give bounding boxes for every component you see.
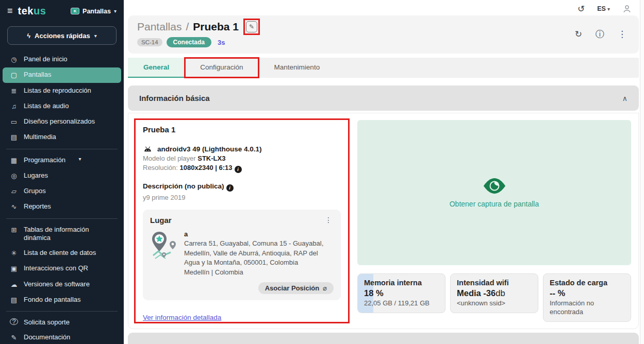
monitor-icon: ▢ xyxy=(10,71,18,79)
screenshot-capture-area[interactable]: Obtener captura de pantalla xyxy=(357,120,631,265)
stat-value: Media -36db xyxy=(457,288,532,298)
utility-bar: ↺ ES▾ xyxy=(128,0,639,15)
sidebar-item-label: Documentación xyxy=(24,333,70,341)
brand-logo: tekus xyxy=(18,5,46,17)
tabs-bar: General Configuración Mantenimiento xyxy=(128,58,639,78)
latency-value: 3s xyxy=(218,39,225,46)
wifi-strength-unit: db xyxy=(496,288,505,298)
refresh-icon[interactable]: ↻ xyxy=(575,29,582,40)
description-info-icon[interactable]: i xyxy=(226,184,234,192)
kebab-menu-icon[interactable]: ⋮ xyxy=(618,29,626,40)
sidebar-item-label: Grupos xyxy=(24,187,46,195)
sidebar-item-solicita-soporte[interactable]: ?Solicita soporte xyxy=(3,315,121,330)
sidebar-nav: ◷Panel de inicio ▢Pantallas ≣Listas de r… xyxy=(0,52,124,344)
sidebar-item-disenos-personalizados[interactable]: ▭Diseños personalizados xyxy=(3,114,121,129)
tab-general[interactable]: General xyxy=(128,58,185,78)
sidebar-item-programacion[interactable]: ▦Programación ▾ xyxy=(3,153,121,168)
resolution-line: Resolución: 1080x2340 | 6:13i xyxy=(143,164,341,173)
tab-configuracion[interactable]: Configuración xyxy=(185,58,258,78)
associate-position-label: Asociar Posición xyxy=(265,284,319,292)
device-name: Prueba 1 xyxy=(143,125,341,134)
badge-row: SC-14 Conectada 3s xyxy=(137,37,257,47)
user-icon[interactable] xyxy=(622,4,632,13)
main-area: ↺ ES▾ Pantallas / Prueba 1 ✎ SC-14 Conec… xyxy=(124,0,644,344)
sidebar-item-listas-de-reproduccion[interactable]: ≣Listas de reproducción xyxy=(3,83,121,98)
cloud-icon: ☁ xyxy=(10,280,18,289)
place-card-title: Lugar xyxy=(150,216,172,225)
chevron-down-icon: ▾ xyxy=(114,8,117,14)
brand-logo-suffix: us xyxy=(34,5,46,16)
docs-icon: ✎ xyxy=(10,333,18,342)
sidebar-item-label: Reportes xyxy=(24,202,51,211)
sidebar-item-documentacion[interactable]: ✎Documentación xyxy=(3,330,121,344)
help-icon: ? xyxy=(10,318,18,325)
brand-logo-prefix: tek xyxy=(18,5,34,16)
resolution-label: Resolución: xyxy=(143,164,180,171)
description-label-text: Descripción (no publica) xyxy=(143,182,224,190)
calendar-icon: ▦ xyxy=(10,156,18,165)
sidebar-divider xyxy=(6,149,118,149)
header-left: Pantallas / Prueba 1 ✎ SC-14 Conectada 3… xyxy=(137,21,257,47)
next-section-header-partial[interactable] xyxy=(128,333,639,344)
place-kebab-menu-icon[interactable]: ⋮ xyxy=(323,216,334,224)
sidebar-item-tablas-informacion-dinamica[interactable]: ⊞Tablas de información dinámica xyxy=(3,222,121,246)
sidebar-item-label: Tablas de información dinámica xyxy=(24,226,114,243)
sidebar: ≡ tekus K Pantallas ▾ ϟ Acciones rápidas… xyxy=(0,0,124,344)
stat-value: 18 % xyxy=(364,288,439,298)
sidebar-item-reportes[interactable]: ∿Reportes xyxy=(3,199,121,214)
place-name: a xyxy=(184,230,334,239)
sidebar-item-versiones-software[interactable]: ☁Versiones de software xyxy=(3,277,121,292)
screen-code-badge: SC-14 xyxy=(137,38,162,46)
lightning-icon: ϟ xyxy=(27,32,30,40)
chevron-down-icon: ▾ xyxy=(79,156,81,163)
sidebar-item-lugares[interactable]: ◎Lugares xyxy=(3,168,121,183)
sidebar-item-lista-cliente-datos[interactable]: ✳Lista de cliente de datos xyxy=(3,246,121,261)
chevron-up-icon[interactable]: ∧ xyxy=(622,94,628,102)
section-header-informacion-basica[interactable]: Información básica ∧ xyxy=(128,85,639,111)
chart-icon: ∿ xyxy=(10,202,18,211)
sidebar-item-panel-de-inicio[interactable]: ◷Panel de inicio xyxy=(3,52,121,67)
stat-detail: <unknown ssid> xyxy=(457,299,532,308)
table-icon: ⊞ xyxy=(10,226,18,234)
right-panel: Obtener captura de pantalla Memoria inte… xyxy=(357,120,631,322)
quick-actions-label: Acciones rápidas xyxy=(35,32,90,40)
android-icon xyxy=(143,146,153,152)
sidebar-item-label: Diseños personalizados xyxy=(24,117,95,126)
dashboard-icon: ◷ xyxy=(10,55,18,64)
sidebar-item-listas-de-audio[interactable]: ♫Listas de audio xyxy=(3,99,121,114)
associate-position-button[interactable]: Asociar Posición⌀ xyxy=(258,282,334,294)
stats-row: Memoria interna 18 % 22,05 GB / 119,21 G… xyxy=(357,273,631,322)
wifi-strength-value: Media -36 xyxy=(457,288,496,298)
data-client-icon: ✳ xyxy=(10,249,18,257)
quick-actions-button[interactable]: ϟ Acciones rápidas ▾ xyxy=(7,26,117,45)
sidebar-item-label: Fondo de pantallas xyxy=(24,296,81,304)
layout-icon: ▭ xyxy=(10,117,18,126)
info-icon[interactable]: ⓘ xyxy=(596,28,604,40)
screen-selector-dropdown[interactable]: K Pantallas ▾ xyxy=(71,8,117,15)
sidebar-item-label: Listas de reproducción xyxy=(24,87,91,95)
hamburger-menu-icon[interactable]: ≡ xyxy=(7,6,13,16)
language-dropdown[interactable]: ES▾ xyxy=(597,5,610,12)
stat-detail: Información no encontrada xyxy=(550,299,624,317)
sidebar-item-multimedia[interactable]: ▤Multimedia xyxy=(3,130,121,145)
history-icon[interactable]: ↺ xyxy=(577,4,585,14)
place-card: Lugar ⋮ xyxy=(143,210,341,300)
sidebar-item-pantallas[interactable]: ▢Pantallas xyxy=(3,67,121,82)
player-model-label: Modelo del player xyxy=(143,154,197,162)
stat-value: -- % xyxy=(550,288,624,298)
stat-card-estado-de-carga: Estado de carga -- % Información no enco… xyxy=(543,273,631,322)
breadcrumb-parent[interactable]: Pantallas xyxy=(137,21,181,33)
sidebar-item-label: Pantallas xyxy=(24,71,51,79)
stat-card-intensidad-wifi: Intensidad wifi Media -36db <unknown ssi… xyxy=(450,273,538,313)
resolution-info-icon[interactable]: i xyxy=(235,166,242,173)
tab-mantenimiento[interactable]: Mantenimiento xyxy=(259,58,336,78)
sidebar-item-interacciones-qr[interactable]: ▣Interacciones con QR xyxy=(3,261,121,276)
detailed-info-link[interactable]: Ver información detallada xyxy=(143,314,341,321)
edit-title-button[interactable]: ✎ xyxy=(246,21,257,32)
sidebar-item-fondo-pantallas[interactable]: ▤Fondo de pantallas xyxy=(3,293,121,307)
vertical-scrollbar[interactable] xyxy=(640,0,644,344)
capture-action-label: Obtener captura de pantalla xyxy=(450,200,539,208)
link-icon: ⌀ xyxy=(323,284,327,292)
sidebar-divider xyxy=(6,218,118,219)
sidebar-item-grupos[interactable]: ▱Grupos xyxy=(3,184,121,199)
